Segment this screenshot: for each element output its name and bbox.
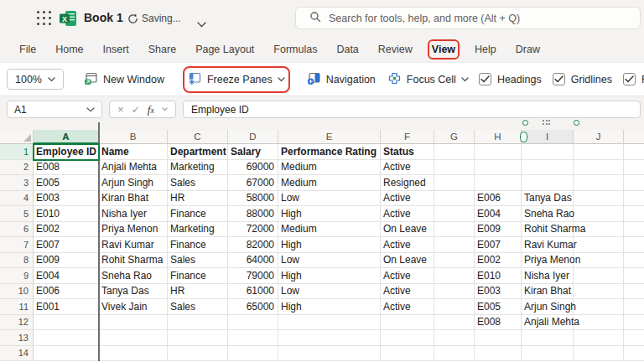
cell-G5[interactable] [434,206,475,222]
zoom-level-dropdown[interactable]: 100% [7,69,64,90]
column-drag-handle-icon[interactable] [543,120,550,125]
freeze-pane-divider[interactable] [98,122,100,361]
cell-E5[interactable]: High [278,206,381,222]
cell-partial-1[interactable] [624,144,644,160]
name-box[interactable]: A1 [7,101,102,118]
cell-J5[interactable] [574,206,624,222]
cell-H1[interactable] [475,144,522,160]
tab-page-layout[interactable]: Page Layout [195,44,254,55]
cell-partial-13[interactable] [624,330,644,346]
cell-A8[interactable]: E009 [34,253,99,269]
cell-C6[interactable]: Marketing [168,222,228,238]
cell-C2[interactable]: Marketing [168,160,228,176]
gridlines-checkbox-box[interactable] [553,73,565,85]
cell-partial-10[interactable] [624,284,644,300]
cancel-icon[interactable]: × [117,104,124,115]
cell-F7[interactable]: Active [381,237,434,253]
tab-help[interactable]: Help [475,44,496,55]
row-header-3[interactable]: 3 [0,175,34,191]
cell-B14[interactable] [99,346,168,362]
cell-E9[interactable]: High [278,268,381,284]
cell-D6[interactable]: 72000 [228,222,278,238]
cell-C14[interactable] [168,346,228,362]
cell-I12[interactable]: Anjali Mehta [522,315,574,331]
cell-E8[interactable]: Low [278,253,381,269]
cell-J1[interactable] [574,144,624,160]
tab-review[interactable]: Review [378,44,413,55]
cell-C9[interactable]: Finance [168,268,228,284]
cell-H14[interactable] [475,346,522,362]
cell-F5[interactable]: Active [381,206,434,222]
cell-partial-9[interactable] [624,268,644,284]
cell-F12[interactable] [381,315,434,331]
title-chevron-down-icon[interactable] [197,16,206,31]
cell-A11[interactable]: E001 [34,299,99,315]
cell-H2[interactable] [475,160,522,176]
cell-C13[interactable] [168,330,228,346]
cell-partial-5[interactable] [624,206,644,222]
cell-J12[interactable] [574,315,624,331]
column-header-F[interactable]: F [381,130,434,144]
cell-A6[interactable]: E002 [34,222,99,238]
cell-G1[interactable] [434,144,475,160]
cell-F4[interactable]: Active [381,191,434,207]
cell-D14[interactable] [228,346,278,362]
cell-F11[interactable]: Active [381,299,434,315]
cell-F1[interactable]: Status [381,144,434,160]
cell-G13[interactable] [434,330,475,346]
cell-D4[interactable]: 58000 [228,191,278,207]
cell-J13[interactable] [574,330,624,346]
row-header-11[interactable]: 11 [0,299,34,315]
cell-E10[interactable]: Low [278,284,381,300]
column-header-H[interactable]: H [475,130,522,144]
cell-I10[interactable]: Kiran Bhat [522,284,574,300]
enter-check-icon[interactable]: ✓ [132,105,140,115]
cell-A14[interactable] [34,346,99,362]
cell-B9[interactable]: Sneha Rao [99,268,168,284]
cell-E1[interactable]: Performance Rating [278,144,381,160]
cell-B4[interactable]: Kiran Bhat [99,191,168,207]
freeze-panes-dropdown[interactable]: Freeze Panes [188,71,285,88]
column-header-G[interactable]: G [434,130,475,144]
headings-checkbox-box[interactable] [479,73,491,85]
tab-draw[interactable]: Draw [516,44,540,55]
checkbox-formul[interactable]: Formul [623,73,644,85]
cell-G12[interactable] [434,315,475,331]
column-header-D[interactable]: D [228,130,278,144]
row-header-13[interactable]: 13 [0,330,34,346]
cell-F13[interactable] [381,330,434,346]
column-adorner-handle-right[interactable] [574,120,579,126]
cell-I5[interactable]: Sneha Rao [522,206,574,222]
cell-J7[interactable] [574,237,624,253]
cell-I4[interactable]: Tanya Das [522,191,574,207]
cell-F8[interactable]: On Leave [381,253,434,269]
navigation-button[interactable]: Navigation [307,71,376,88]
cell-H12[interactable]: E008 [475,315,522,331]
cell-G3[interactable] [434,175,475,191]
cell-C7[interactable]: Finance [168,237,228,253]
cell-A13[interactable] [34,330,99,346]
cell-G9[interactable] [434,268,475,284]
cell-C5[interactable]: Finance [168,206,228,222]
cell-D11[interactable]: 65000 [228,299,278,315]
cell-F10[interactable]: Active [381,284,434,300]
cell-B2[interactable]: Anjali Mehta [99,160,168,176]
cell-F6[interactable]: On Leave [381,222,434,238]
cell-I2[interactable] [522,160,574,176]
cell-H10[interactable]: E003 [475,284,522,300]
cell-J3[interactable] [574,175,624,191]
cell-I14[interactable] [522,346,574,362]
cell-A4[interactable]: E003 [34,191,99,207]
tab-home[interactable]: Home [55,44,83,55]
cell-H9[interactable]: E010 [475,268,522,284]
cell-A10[interactable]: E006 [34,284,99,300]
app-launcher-waffle-icon[interactable] [37,11,52,26]
cell-I1[interactable] [522,144,574,160]
cell-B3[interactable]: Arjun Singh [99,175,168,191]
cell-E3[interactable]: Medium [278,175,381,191]
cell-partial-7[interactable] [624,237,644,253]
cell-G11[interactable] [434,299,475,315]
cell-partial-2[interactable] [624,160,644,176]
cell-G2[interactable] [434,160,475,176]
cell-B7[interactable]: Ravi Kumar [99,237,168,253]
